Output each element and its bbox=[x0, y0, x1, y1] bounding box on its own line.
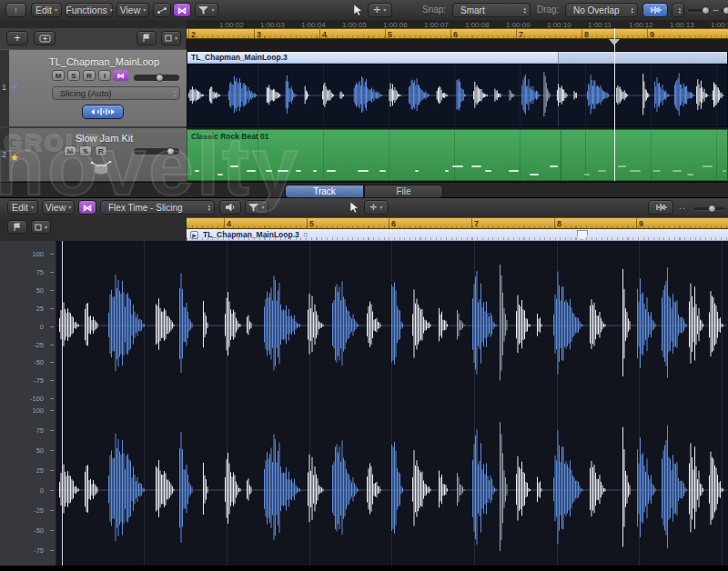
track-header-2[interactable]: 2 ★ Slow Jam Kit MSR bbox=[0, 128, 187, 182]
ruler-beat-label: 9 bbox=[650, 30, 654, 39]
midi-region[interactable]: Classic Rock Beat 01 bbox=[187, 129, 728, 181]
track-flex-icon[interactable]: ⋈ bbox=[113, 70, 128, 81]
secondary-tool-button[interactable]: ✛ ▾ bbox=[368, 3, 392, 17]
volume-slider[interactable] bbox=[134, 75, 179, 81]
pointer-tool-icon[interactable] bbox=[349, 201, 359, 214]
region-header[interactable]: TL_Chapman_MainLoop.3 bbox=[187, 52, 727, 64]
panel-toggle-button[interactable]: ↑ bbox=[5, 3, 26, 17]
zoom-preset-button[interactable] bbox=[136, 31, 157, 45]
snap-dropdown[interactable]: Smart ▴▾ bbox=[452, 3, 531, 17]
beat-gridline bbox=[258, 64, 258, 126]
editor-tab-bar: Track File bbox=[0, 182, 728, 198]
channel-button-m[interactable]: M bbox=[64, 145, 76, 156]
channel-button-s[interactable]: S bbox=[79, 145, 92, 156]
horizontal-zoom-slider[interactable] bbox=[721, 9, 728, 12]
flex-waveform-icon bbox=[91, 107, 115, 116]
beat-gridline bbox=[520, 64, 521, 126]
midi-note bbox=[230, 165, 239, 167]
editor-zoom-slider[interactable] bbox=[693, 207, 724, 210]
loop-divider bbox=[561, 130, 561, 180]
flex-time-dropdown[interactable]: Flex Time - Slicing ▴▾ bbox=[100, 200, 215, 215]
functions-menu[interactable]: Functions ▾ bbox=[66, 3, 113, 17]
flag-icon bbox=[142, 34, 151, 43]
beat-divider bbox=[385, 29, 386, 38]
catch-playhead-button[interactable] bbox=[7, 220, 27, 234]
playhead-marker-icon[interactable] bbox=[609, 39, 620, 45]
pointer-tool-icon[interactable] bbox=[353, 4, 363, 16]
flex-mode-dropdown[interactable]: Slicing (Auto) ▴▾ bbox=[52, 86, 180, 100]
editor-flex-button[interactable]: ⋈ bbox=[78, 200, 96, 215]
slider-thumb[interactable] bbox=[702, 6, 710, 15]
time-ruler[interactable]: 11:00:021:00:031:00:041:00:051:00:061:00… bbox=[173, 20, 728, 28]
editor-region-bar[interactable]: ▶ TL_Chapman_MainLoop.3 ○ bbox=[187, 229, 728, 241]
editor-cycle-bar[interactable]: 456789 bbox=[187, 217, 728, 229]
chevron-down-icon: ▾ bbox=[379, 205, 382, 210]
duplicate-track-button[interactable] bbox=[34, 31, 56, 45]
waveform-zoom-button[interactable] bbox=[648, 200, 673, 215]
automation-button[interactable] bbox=[153, 3, 171, 17]
track-header-1[interactable]: 1 ✓ TL_Chapman_MainLoop MSRI ⋈ Slicing (… bbox=[0, 49, 187, 127]
flex-button[interactable]: ⋈ bbox=[173, 3, 191, 17]
add-track-button[interactable]: + bbox=[6, 31, 28, 45]
region-grid bbox=[187, 64, 727, 126]
waveform-icon bbox=[649, 5, 662, 15]
track-name[interactable]: Slow Jam Kit bbox=[22, 133, 187, 144]
editor-view-options-button[interactable]: ▾ bbox=[31, 220, 51, 234]
snap-value: Smart bbox=[460, 5, 520, 15]
midi-note bbox=[415, 170, 419, 172]
scale-tick bbox=[50, 254, 54, 255]
volume-knob[interactable] bbox=[156, 74, 164, 82]
waveform-plot[interactable] bbox=[56, 241, 728, 571]
prelisten-button[interactable] bbox=[219, 200, 241, 215]
tab-file[interactable]: File bbox=[364, 185, 443, 198]
track-enable-check-icon[interactable]: ✓ bbox=[11, 80, 20, 93]
beat-gridline bbox=[557, 241, 558, 571]
slider-thumb[interactable] bbox=[723, 6, 728, 15]
volume-slider[interactable] bbox=[134, 148, 179, 155]
ruler-beat-label: 8 bbox=[584, 30, 589, 39]
edit-menu[interactable]: Edit ▾ bbox=[31, 3, 62, 17]
editor-edit-menu[interactable]: Edit ▾ bbox=[7, 200, 38, 215]
track-star-icon[interactable]: ★ bbox=[10, 152, 19, 164]
channel-button-r[interactable]: R bbox=[83, 70, 96, 81]
audio-region[interactable]: TL_Chapman_MainLoop.3 bbox=[187, 51, 728, 127]
drag-dropdown[interactable]: No Overlap ▴▾ bbox=[565, 3, 638, 17]
waveform-icon bbox=[654, 203, 668, 212]
scale-tick bbox=[50, 308, 54, 309]
chevron-down-icon: ▾ bbox=[175, 35, 177, 41]
channel-button-s[interactable]: S bbox=[67, 70, 80, 81]
ruler-beat-label: 4 bbox=[322, 30, 327, 39]
track-number-strip: 2 bbox=[0, 128, 9, 181]
cycle-bar[interactable]: 23456789 bbox=[187, 28, 728, 39]
midi-note bbox=[379, 170, 386, 172]
tab-track[interactable]: Track bbox=[285, 185, 364, 198]
vertical-zoom-slider[interactable] bbox=[688, 9, 710, 12]
editor-filter-button[interactable]: ▾ bbox=[245, 200, 268, 215]
slider-thumb[interactable] bbox=[708, 205, 716, 213]
view-options-button[interactable]: ▾ bbox=[161, 31, 181, 45]
flex-enable-button[interactable] bbox=[82, 105, 124, 119]
track-name[interactable]: TL_Chapman_MainLoop bbox=[22, 56, 187, 67]
vertical-zoom-stepper[interactable]: ▴▾ bbox=[672, 3, 684, 17]
beat-divider bbox=[450, 29, 451, 38]
playhead[interactable] bbox=[614, 28, 615, 181]
ruler-spacer bbox=[0, 20, 187, 28]
midi-note bbox=[598, 170, 606, 172]
midi-note bbox=[509, 170, 519, 172]
channel-button-m[interactable]: M bbox=[52, 70, 65, 81]
channel-button-i[interactable]: I bbox=[98, 70, 111, 81]
flex-time-value: Flex Time - Slicing bbox=[108, 203, 204, 213]
track-filter-button[interactable]: ▾ bbox=[195, 3, 218, 17]
view-menu[interactable]: View ▾ bbox=[116, 3, 149, 17]
waveform-zoom-button[interactable] bbox=[642, 3, 668, 17]
ruler-beat-label: 4 bbox=[227, 219, 231, 228]
logic-pro-window: ↑ Edit ▾ Functions ▾ View ▾ ⋈ ▾ bbox=[0, 0, 728, 571]
midi-note bbox=[703, 165, 713, 167]
scale-tick bbox=[50, 470, 54, 471]
channel-button-r[interactable]: R bbox=[95, 145, 107, 156]
ruler-ticks bbox=[187, 237, 728, 240]
editor-view-menu[interactable]: View ▾ bbox=[42, 200, 75, 215]
secondary-tool-button[interactable]: ✛ ▾ bbox=[364, 200, 389, 215]
main-toolbar: ↑ Edit ▾ Functions ▾ View ▾ ⋈ ▾ bbox=[0, 0, 728, 21]
volume-knob[interactable] bbox=[167, 147, 175, 155]
